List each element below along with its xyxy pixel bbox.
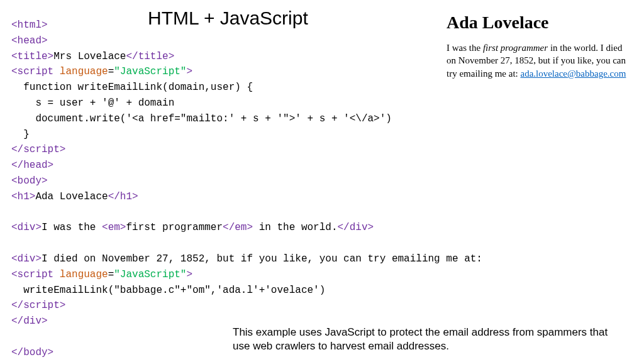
code-text: = [108, 269, 114, 280]
code-text: I died on November 27, 1852, but if you … [42, 253, 482, 265]
code-line: } [11, 129, 30, 140]
code-line: </div> [338, 222, 374, 233]
code-line: </script [11, 144, 60, 155]
code-line: <html> [11, 19, 48, 31]
code-line: <body> [11, 175, 48, 187]
code-line: writeEmailLink("babbage.c"+"om",'ada.l'+… [11, 285, 325, 296]
code-line: <title> [11, 51, 53, 62]
code-str: "JavaScript" [114, 269, 186, 280]
rendered-paragraph: I was the first programmer in the world.… [447, 41, 629, 80]
code-attr: language [53, 269, 108, 280]
code-text: in the world. [253, 222, 337, 233]
code-line: > [60, 144, 66, 155]
rendered-em: first programmer [483, 43, 548, 53]
code-line: <script [11, 269, 53, 280]
code-line: </body> [11, 347, 53, 358]
rendered-output: Ada Lovelace I was the first programmer … [447, 13, 629, 80]
code-line: <em> [102, 222, 126, 233]
code-line: </div> [11, 315, 48, 327]
code-line: <head> [11, 35, 48, 47]
code-text: first programmer [126, 222, 223, 233]
code-line: </script [11, 300, 60, 311]
code-line: </title> [126, 51, 174, 62]
code-line: <script [11, 66, 53, 77]
footnote: This example uses JavaScript to protect … [233, 326, 616, 353]
code-block: <html> <head> <title>Mrs Lovelace</title… [11, 18, 482, 362]
code-line: </h1> [108, 191, 138, 202]
code-line: > [186, 269, 192, 280]
code-text: Mrs Lovelace [53, 51, 126, 62]
code-line: </head> [11, 160, 53, 171]
code-line: </em> [223, 222, 253, 233]
code-attr: language [53, 66, 108, 77]
code-str: "JavaScript" [114, 66, 186, 77]
code-line: > [60, 300, 66, 311]
code-line: <div> [11, 253, 42, 265]
code-line: s = user + '@' + domain [11, 97, 174, 109]
code-text: I was the [42, 222, 102, 233]
code-line: <h1> [11, 191, 35, 202]
rendered-heading: Ada Lovelace [447, 13, 629, 33]
code-line: <div> [11, 222, 42, 233]
code-text: Ada Lovelace [35, 191, 108, 202]
rendered-text: I was the [447, 43, 483, 53]
rendered-email-link[interactable]: ada.lovelace@babbage.com [520, 69, 626, 79]
code-line: > [186, 66, 192, 77]
code-line: document.write('<a href="mailto:' + s + … [11, 113, 392, 124]
code-line: function writeEmailLink(domain,user) { [11, 82, 253, 93]
code-text: = [108, 66, 114, 77]
